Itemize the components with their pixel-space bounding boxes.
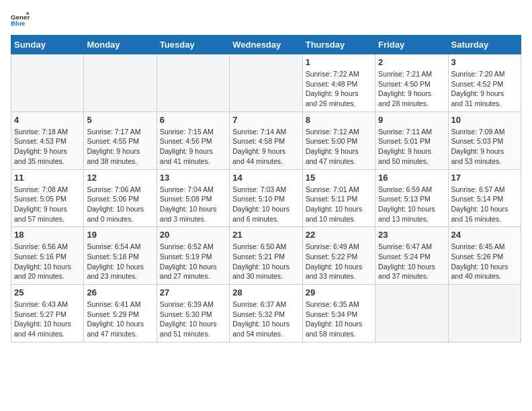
calendar-cell: 12Sunrise: 7:06 AM Sunset: 5:06 PM Dayli… [84, 169, 157, 227]
day-number: 4 [14, 115, 81, 125]
calendar-cell [448, 285, 521, 342]
day-detail: Sunrise: 7:21 AM Sunset: 4:50 PM Dayligh… [378, 69, 445, 109]
day-number: 22 [306, 230, 372, 240]
calendar-cell: 26Sunrise: 6:41 AM Sunset: 5:29 PM Dayli… [84, 285, 157, 342]
calendar-cell: 5Sunrise: 7:17 AM Sunset: 4:55 PM Daylig… [84, 111, 157, 169]
day-number: 25 [14, 287, 81, 298]
calendar-header-row: SundayMondayTuesdayWednesdayThursdayFrid… [11, 36, 521, 54]
calendar-cell: 27Sunrise: 6:39 AM Sunset: 5:30 PM Dayli… [157, 285, 229, 342]
calendar-cell: 29Sunrise: 6:35 AM Sunset: 5:34 PM Dayli… [302, 285, 375, 342]
day-detail: Sunrise: 6:56 AM Sunset: 5:16 PM Dayligh… [14, 242, 81, 281]
day-number: 5 [87, 115, 153, 125]
header-tuesday: Tuesday [157, 36, 229, 54]
calendar-cell: 19Sunrise: 6:54 AM Sunset: 5:18 PM Dayli… [84, 227, 157, 285]
day-number: 20 [160, 230, 226, 240]
header-saturday: Saturday [448, 36, 521, 54]
day-number: 21 [232, 230, 299, 240]
calendar-cell: 2Sunrise: 7:21 AM Sunset: 4:50 PM Daylig… [375, 54, 448, 112]
day-number: 26 [87, 287, 153, 298]
day-detail: Sunrise: 7:09 AM Sunset: 5:03 PM Dayligh… [451, 127, 518, 167]
day-detail: Sunrise: 6:52 AM Sunset: 5:19 PM Dayligh… [160, 242, 226, 281]
calendar-cell: 8Sunrise: 7:12 AM Sunset: 5:00 PM Daylig… [302, 111, 375, 169]
day-detail: Sunrise: 6:47 AM Sunset: 5:24 PM Dayligh… [378, 242, 445, 281]
day-number: 18 [14, 230, 81, 240]
day-detail: Sunrise: 6:57 AM Sunset: 5:14 PM Dayligh… [451, 185, 518, 224]
day-detail: Sunrise: 6:50 AM Sunset: 5:21 PM Dayligh… [232, 242, 299, 281]
day-number: 15 [306, 173, 372, 183]
calendar-cell: 28Sunrise: 6:37 AM Sunset: 5:32 PM Dayli… [230, 285, 302, 342]
calendar-week-2: 4Sunrise: 7:18 AM Sunset: 4:53 PM Daylig… [11, 111, 521, 169]
day-detail: Sunrise: 7:01 AM Sunset: 5:11 PM Dayligh… [306, 185, 372, 224]
day-number: 7 [232, 115, 299, 125]
header-sunday: Sunday [11, 36, 84, 54]
calendar-cell: 7Sunrise: 7:14 AM Sunset: 4:58 PM Daylig… [230, 111, 302, 169]
day-number: 2 [378, 57, 445, 67]
day-detail: Sunrise: 6:54 AM Sunset: 5:18 PM Dayligh… [87, 242, 153, 281]
calendar-cell: 3Sunrise: 7:20 AM Sunset: 4:52 PM Daylig… [448, 54, 521, 112]
calendar-cell: 22Sunrise: 6:49 AM Sunset: 5:22 PM Dayli… [302, 227, 375, 285]
calendar-cell: 23Sunrise: 6:47 AM Sunset: 5:24 PM Dayli… [375, 227, 448, 285]
calendar-week-3: 11Sunrise: 7:08 AM Sunset: 5:05 PM Dayli… [11, 169, 521, 227]
calendar-table: SundayMondayTuesdayWednesdayThursdayFrid… [11, 35, 521, 342]
day-detail: Sunrise: 7:04 AM Sunset: 5:08 PM Dayligh… [160, 185, 226, 224]
calendar-cell: 11Sunrise: 7:08 AM Sunset: 5:05 PM Dayli… [11, 169, 84, 227]
calendar-cell: 16Sunrise: 6:59 AM Sunset: 5:13 PM Dayli… [375, 169, 448, 227]
day-number: 16 [378, 173, 445, 183]
calendar-cell: 9Sunrise: 7:11 AM Sunset: 5:01 PM Daylig… [375, 111, 448, 169]
header-monday: Monday [84, 36, 157, 54]
day-number: 14 [232, 173, 299, 183]
calendar-cell: 18Sunrise: 6:56 AM Sunset: 5:16 PM Dayli… [11, 227, 84, 285]
header: General Blue [11, 11, 521, 30]
day-number: 17 [451, 173, 518, 183]
day-detail: Sunrise: 7:15 AM Sunset: 4:56 PM Dayligh… [160, 127, 226, 167]
day-number: 24 [451, 230, 518, 240]
calendar-cell [157, 54, 229, 112]
header-thursday: Thursday [302, 36, 375, 54]
day-detail: Sunrise: 6:45 AM Sunset: 5:26 PM Dayligh… [451, 242, 518, 281]
calendar-cell: 1Sunrise: 7:22 AM Sunset: 4:48 PM Daylig… [302, 54, 375, 112]
calendar-week-1: 1Sunrise: 7:22 AM Sunset: 4:48 PM Daylig… [11, 54, 521, 112]
day-number: 12 [87, 173, 153, 183]
calendar-cell [11, 54, 84, 112]
calendar-cell: 24Sunrise: 6:45 AM Sunset: 5:26 PM Dayli… [448, 227, 521, 285]
day-number: 8 [306, 115, 372, 125]
day-detail: Sunrise: 7:06 AM Sunset: 5:06 PM Dayligh… [87, 185, 153, 224]
calendar-cell [230, 54, 302, 112]
day-number: 11 [14, 173, 81, 183]
calendar-cell: 4Sunrise: 7:18 AM Sunset: 4:53 PM Daylig… [11, 111, 84, 169]
header-wednesday: Wednesday [230, 36, 302, 54]
header-friday: Friday [375, 36, 448, 54]
logo-icon: General Blue [11, 11, 30, 30]
calendar-week-4: 18Sunrise: 6:56 AM Sunset: 5:16 PM Dayli… [11, 227, 521, 285]
day-number: 23 [378, 230, 445, 240]
calendar-cell: 25Sunrise: 6:43 AM Sunset: 5:27 PM Dayli… [11, 285, 84, 342]
day-number: 19 [87, 230, 153, 240]
calendar-cell: 20Sunrise: 6:52 AM Sunset: 5:19 PM Dayli… [157, 227, 229, 285]
day-detail: Sunrise: 7:11 AM Sunset: 5:01 PM Dayligh… [378, 127, 445, 167]
day-detail: Sunrise: 6:49 AM Sunset: 5:22 PM Dayligh… [306, 242, 372, 281]
day-number: 29 [306, 287, 372, 298]
svg-text:Blue: Blue [11, 19, 26, 27]
calendar-cell: 17Sunrise: 6:57 AM Sunset: 5:14 PM Dayli… [448, 169, 521, 227]
calendar-cell: 14Sunrise: 7:03 AM Sunset: 5:10 PM Dayli… [230, 169, 302, 227]
day-number: 6 [160, 115, 226, 125]
day-number: 13 [160, 173, 226, 183]
day-number: 1 [306, 57, 372, 67]
day-detail: Sunrise: 6:35 AM Sunset: 5:34 PM Dayligh… [306, 300, 372, 339]
day-detail: Sunrise: 6:43 AM Sunset: 5:27 PM Dayligh… [14, 300, 81, 339]
day-detail: Sunrise: 7:08 AM Sunset: 5:05 PM Dayligh… [14, 185, 81, 224]
day-detail: Sunrise: 6:39 AM Sunset: 5:30 PM Dayligh… [160, 300, 226, 339]
day-number: 28 [232, 287, 299, 298]
calendar-cell: 10Sunrise: 7:09 AM Sunset: 5:03 PM Dayli… [448, 111, 521, 169]
calendar-cell: 6Sunrise: 7:15 AM Sunset: 4:56 PM Daylig… [157, 111, 229, 169]
calendar-cell: 21Sunrise: 6:50 AM Sunset: 5:21 PM Dayli… [230, 227, 302, 285]
day-number: 27 [160, 287, 226, 298]
day-number: 10 [451, 115, 518, 125]
day-detail: Sunrise: 6:37 AM Sunset: 5:32 PM Dayligh… [232, 300, 299, 339]
logo: General Blue [11, 11, 32, 30]
day-detail: Sunrise: 7:14 AM Sunset: 4:58 PM Dayligh… [232, 127, 299, 167]
day-detail: Sunrise: 7:03 AM Sunset: 5:10 PM Dayligh… [232, 185, 299, 224]
day-detail: Sunrise: 7:18 AM Sunset: 4:53 PM Dayligh… [14, 127, 81, 167]
day-number: 9 [378, 115, 445, 125]
day-detail: Sunrise: 7:17 AM Sunset: 4:55 PM Dayligh… [87, 127, 153, 167]
